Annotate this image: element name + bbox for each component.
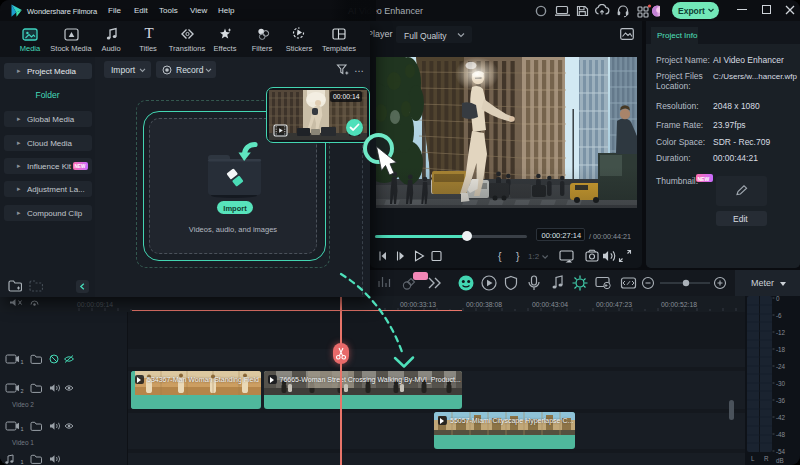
svg-text:-12: -12 — [776, 329, 786, 336]
svg-text:1: 1 — [21, 359, 24, 365]
svg-text:00:00:38:08: 00:00:38:08 — [466, 301, 502, 308]
svg-text:1: 1 — [21, 459, 24, 465]
svg-text:R: R — [764, 455, 769, 462]
svg-text:1:2: 1:2 — [528, 252, 540, 261]
svg-text:00:00:47:23: 00:00:47:23 — [596, 301, 632, 308]
svg-text:}: } — [516, 250, 520, 262]
svg-text:-36: -36 — [776, 397, 786, 404]
svg-text:Video 2: Video 2 — [12, 401, 34, 408]
svg-text:-48: -48 — [776, 431, 786, 438]
svg-text:-42: -42 — [776, 414, 786, 421]
svg-text:{: { — [498, 250, 502, 262]
svg-text:-6: -6 — [776, 312, 782, 319]
svg-text:-30: -30 — [776, 380, 786, 387]
svg-text:0: 0 — [776, 296, 780, 302]
svg-text:00:00:43:04: 00:00:43:04 — [532, 301, 568, 308]
svg-text:dB: dB — [776, 457, 784, 464]
svg-text:-54: -54 — [776, 448, 786, 455]
svg-text:-18: -18 — [776, 346, 786, 353]
svg-text:1: 1 — [21, 426, 24, 432]
svg-text:2: 2 — [21, 388, 24, 394]
svg-text:-24: -24 — [776, 363, 786, 370]
svg-text:00:00:52:18: 00:00:52:18 — [661, 301, 697, 308]
svg-text:00:00:09:14: 00:00:09:14 — [77, 301, 113, 308]
svg-text:Video 1: Video 1 — [12, 439, 34, 446]
svg-text:L: L — [751, 455, 755, 462]
